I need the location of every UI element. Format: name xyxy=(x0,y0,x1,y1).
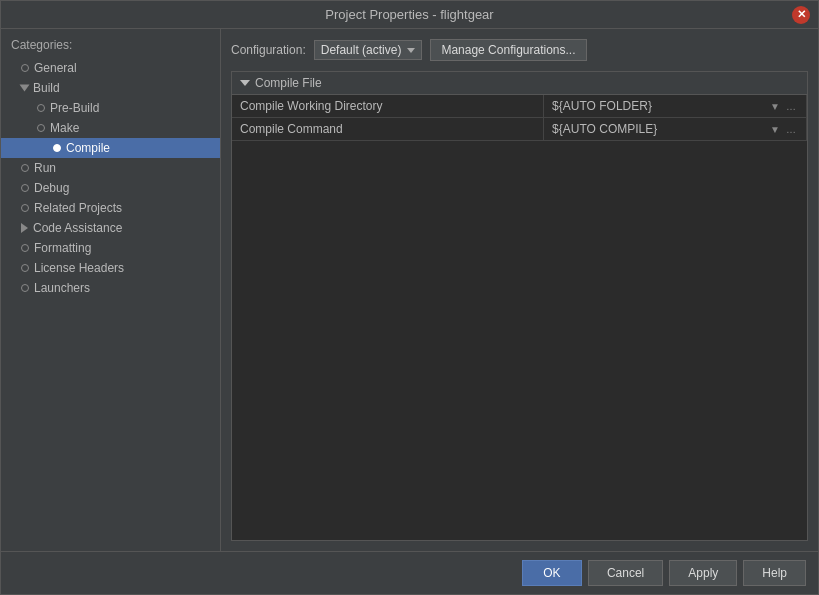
config-row: Configuration: Default (active) Manage C… xyxy=(231,39,808,61)
sidebar-item-label: Debug xyxy=(34,181,69,195)
sidebar-item-label: License Headers xyxy=(34,261,124,275)
sidebar-item-build[interactable]: Build xyxy=(1,78,220,98)
bullet-icon xyxy=(37,104,45,112)
sidebar-item-label: General xyxy=(34,61,77,75)
value-dropdown-button[interactable]: ▼ xyxy=(768,124,782,135)
sidebar-item-run[interactable]: Run xyxy=(1,158,220,178)
value-dropdown-button[interactable]: ▼ xyxy=(768,101,782,112)
apply-button[interactable]: Apply xyxy=(669,560,737,586)
bullet-icon xyxy=(21,284,29,292)
close-button[interactable]: ✕ xyxy=(792,6,810,24)
categories-label: Categories: xyxy=(1,34,220,58)
sidebar-item-label: Make xyxy=(50,121,79,135)
cancel-button[interactable]: Cancel xyxy=(588,560,663,586)
project-properties-dialog: Project Properties - flightgear ✕ Catego… xyxy=(0,0,819,595)
dropdown-arrow-icon xyxy=(407,48,415,53)
property-value-cell: ${AUTO FOLDER} ▼ … xyxy=(544,95,807,117)
property-value: ${AUTO COMPILE} xyxy=(552,122,657,136)
value-browse-button[interactable]: … xyxy=(784,124,798,135)
property-name: Compile Command xyxy=(232,118,544,140)
bullet-icon xyxy=(21,64,29,72)
content-area: Categories: General Build Pre-Build Make xyxy=(1,29,818,551)
sidebar-item-debug[interactable]: Debug xyxy=(1,178,220,198)
sidebar-item-label: Formatting xyxy=(34,241,91,255)
properties-table: Compile File Compile Working Directory $… xyxy=(231,71,808,541)
footer: OK Cancel Apply Help xyxy=(1,551,818,594)
sidebar-item-related-projects[interactable]: Related Projects xyxy=(1,198,220,218)
expand-icon xyxy=(20,85,30,92)
section-header: Compile File xyxy=(232,72,807,95)
sidebar-item-label: Compile xyxy=(66,141,110,155)
bullet-icon xyxy=(21,264,29,272)
sidebar-item-label: Run xyxy=(34,161,56,175)
bullet-icon xyxy=(21,164,29,172)
sidebar-item-label: Related Projects xyxy=(34,201,122,215)
property-name: Compile Working Directory xyxy=(232,95,544,117)
cell-actions: ▼ … xyxy=(768,124,798,135)
section-label: Compile File xyxy=(255,76,322,90)
property-value-cell: ${AUTO COMPILE} ▼ … xyxy=(544,118,807,140)
sidebar-item-label: Pre-Build xyxy=(50,101,99,115)
sidebar-item-pre-build[interactable]: Pre-Build xyxy=(1,98,220,118)
dialog-title: Project Properties - flightgear xyxy=(325,7,493,22)
sidebar-item-label: Launchers xyxy=(34,281,90,295)
sidebar-item-make[interactable]: Make xyxy=(1,118,220,138)
sidebar-item-formatting[interactable]: Formatting xyxy=(1,238,220,258)
ok-button[interactable]: OK xyxy=(522,560,582,586)
expand-icon xyxy=(21,223,28,233)
section-collapse-icon[interactable] xyxy=(240,80,250,86)
sidebar-item-label: Code Assistance xyxy=(33,221,122,235)
bullet-icon xyxy=(21,204,29,212)
config-label: Configuration: xyxy=(231,43,306,57)
sidebar-item-code-assistance[interactable]: Code Assistance xyxy=(1,218,220,238)
bullet-icon xyxy=(21,184,29,192)
sidebar-item-license-headers[interactable]: License Headers xyxy=(1,258,220,278)
help-button[interactable]: Help xyxy=(743,560,806,586)
bullet-icon xyxy=(53,144,61,152)
bullet-icon xyxy=(21,244,29,252)
config-dropdown[interactable]: Default (active) xyxy=(314,40,423,60)
value-browse-button[interactable]: … xyxy=(784,101,798,112)
sidebar-item-launchers[interactable]: Launchers xyxy=(1,278,220,298)
property-value: ${AUTO FOLDER} xyxy=(552,99,652,113)
titlebar: Project Properties - flightgear ✕ xyxy=(1,1,818,29)
main-panel: Configuration: Default (active) Manage C… xyxy=(221,29,818,551)
cell-actions: ▼ … xyxy=(768,101,798,112)
sidebar-item-general[interactable]: General xyxy=(1,58,220,78)
table-row: Compile Command ${AUTO COMPILE} ▼ … xyxy=(232,118,807,141)
config-value: Default (active) xyxy=(321,43,402,57)
manage-configurations-button[interactable]: Manage Configurations... xyxy=(430,39,586,61)
bullet-icon xyxy=(37,124,45,132)
sidebar: Categories: General Build Pre-Build Make xyxy=(1,29,221,551)
sidebar-item-compile[interactable]: Compile xyxy=(1,138,220,158)
table-row: Compile Working Directory ${AUTO FOLDER}… xyxy=(232,95,807,118)
sidebar-item-label: Build xyxy=(33,81,60,95)
